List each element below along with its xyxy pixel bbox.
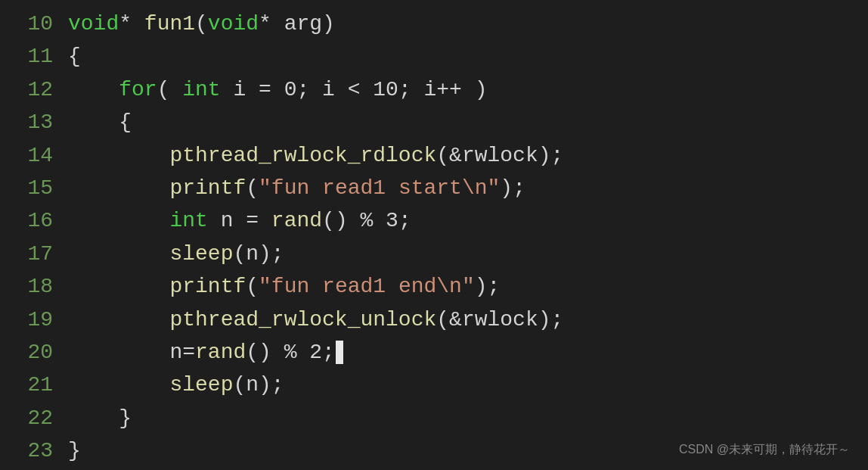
line-number: 21: [15, 369, 53, 401]
token: "fun read1 start\n": [259, 176, 500, 200]
token: (: [195, 12, 208, 36]
token: [68, 144, 169, 167]
token: (: [246, 275, 259, 298]
line-number: 23: [15, 434, 53, 467]
token: (: [157, 78, 183, 101]
code-line: 16 int n = rand() % 3;: [0, 204, 868, 237]
token: [68, 308, 169, 331]
code-line: 12 for( int i = 0; i < 10; i++ ): [0, 73, 868, 106]
line-number: 19: [15, 303, 53, 336]
line-number: 10: [15, 8, 53, 40]
text-cursor: [336, 341, 343, 364]
line-number: 15: [15, 172, 53, 204]
token: [68, 176, 169, 200]
token: (n);: [233, 242, 284, 266]
line-number: 17: [15, 238, 53, 270]
token: int: [182, 78, 220, 101]
token: [68, 209, 169, 232]
token: pthread_rwlock_rdlock: [169, 144, 436, 167]
line-content: pthread_rwlock_unlock(&rwlock);: [68, 303, 563, 336]
line-content: sleep(n);: [68, 238, 284, 270]
token: );: [500, 176, 525, 200]
token: [68, 78, 119, 101]
line-number: 14: [15, 139, 53, 172]
token: [68, 341, 169, 364]
token: {: [68, 110, 132, 134]
line-content: {: [68, 106, 132, 139]
line-content: }: [68, 402, 132, 434]
line-content: {: [68, 40, 81, 73]
line-content: pthread_rwlock_rdlock(&rwlock);: [68, 139, 563, 172]
token: () % 2;: [246, 341, 335, 364]
line-number: 22: [15, 402, 53, 434]
token: [68, 275, 169, 298]
line-number: 13: [15, 106, 53, 139]
line-number: 20: [15, 336, 53, 369]
token: rand: [271, 209, 322, 232]
token: *: [119, 12, 144, 36]
token: pthread_rwlock_unlock: [169, 308, 436, 331]
token: fun1: [144, 12, 195, 36]
code-line: 15 printf("fun read1 start\n");: [0, 172, 868, 204]
line-content: for( int i = 0; i < 10; i++ ): [68, 73, 488, 106]
line-content: printf("fun read1 start\n");: [68, 172, 525, 204]
token: n =: [208, 209, 271, 232]
code-line: 11{: [0, 40, 868, 73]
code-line: 20 n=rand() % 2;: [0, 336, 868, 369]
token: void: [208, 12, 259, 36]
line-content: void* fun1(void* arg): [68, 8, 335, 40]
code-line: 18 printf("fun read1 end\n");: [0, 270, 868, 303]
line-content: n=rand() % 2;: [68, 336, 343, 369]
token: rand: [195, 341, 246, 364]
token: "fun read1 end\n": [259, 275, 475, 298]
token: * arg): [259, 12, 335, 36]
token: n=: [169, 341, 195, 364]
code-line: 13 {: [0, 106, 868, 139]
line-content: int n = rand() % 3;: [68, 204, 411, 237]
token: [68, 242, 169, 266]
code-line: 17 sleep(n);: [0, 238, 868, 270]
token: (: [246, 176, 259, 200]
token: int: [169, 209, 207, 232]
token: }: [68, 406, 132, 430]
line-number: 16: [15, 204, 53, 237]
token: sleep: [169, 242, 233, 266]
line-content: printf("fun read1 end\n");: [68, 270, 500, 303]
token: [68, 373, 169, 397]
code-line: 14 pthread_rwlock_rdlock(&rwlock);: [0, 139, 868, 172]
line-content: sleep(n);: [68, 369, 284, 401]
code-line: 10void* fun1(void* arg): [0, 8, 868, 40]
token: );: [475, 275, 501, 298]
token: sleep: [169, 373, 233, 397]
token: () % 3;: [322, 209, 411, 232]
token: void: [68, 12, 119, 36]
token: (n);: [233, 373, 284, 397]
token: printf: [169, 275, 246, 298]
line-number: 18: [15, 270, 53, 303]
line-number: 12: [15, 73, 53, 106]
token: printf: [169, 176, 246, 200]
token: (&rwlock);: [436, 308, 563, 331]
token: for: [119, 78, 157, 101]
code-viewer: 10void* fun1(void* arg)11{12 for( int i …: [0, 0, 868, 470]
token: }: [68, 439, 81, 462]
code-line: 22 }: [0, 402, 868, 434]
code-line: 21 sleep(n);: [0, 369, 868, 401]
token: {: [68, 45, 81, 68]
code-line: 19 pthread_rwlock_unlock(&rwlock);: [0, 303, 868, 336]
line-number: 11: [15, 40, 53, 73]
token: i = 0; i < 10; i++ ): [221, 78, 488, 101]
line-content: }: [68, 434, 81, 467]
token: (&rwlock);: [436, 144, 563, 167]
watermark: CSDN @未来可期，静待花开～: [679, 440, 850, 459]
